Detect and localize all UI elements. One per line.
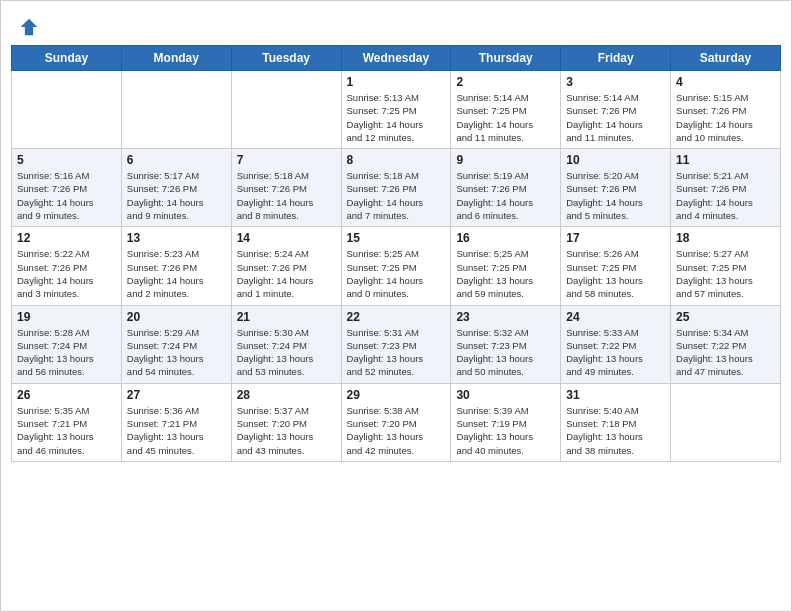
day-number: 13 xyxy=(127,231,226,245)
day-number: 3 xyxy=(566,75,665,89)
weekday-header-sunday: Sunday xyxy=(12,46,122,71)
calendar-week-4: 19Sunrise: 5:28 AM Sunset: 7:24 PM Dayli… xyxy=(12,305,781,383)
day-info: Sunrise: 5:31 AM Sunset: 7:23 PM Dayligh… xyxy=(347,326,446,379)
day-number: 6 xyxy=(127,153,226,167)
calendar-cell: 12Sunrise: 5:22 AM Sunset: 7:26 PM Dayli… xyxy=(12,227,122,305)
day-number: 18 xyxy=(676,231,775,245)
calendar-cell: 11Sunrise: 5:21 AM Sunset: 7:26 PM Dayli… xyxy=(671,149,781,227)
day-info: Sunrise: 5:35 AM Sunset: 7:21 PM Dayligh… xyxy=(17,404,116,457)
weekday-header-row: SundayMondayTuesdayWednesdayThursdayFrid… xyxy=(12,46,781,71)
calendar-cell: 13Sunrise: 5:23 AM Sunset: 7:26 PM Dayli… xyxy=(121,227,231,305)
weekday-header-thursday: Thursday xyxy=(451,46,561,71)
calendar-cell: 19Sunrise: 5:28 AM Sunset: 7:24 PM Dayli… xyxy=(12,305,122,383)
calendar-cell xyxy=(231,71,341,149)
day-info: Sunrise: 5:39 AM Sunset: 7:19 PM Dayligh… xyxy=(456,404,555,457)
day-info: Sunrise: 5:13 AM Sunset: 7:25 PM Dayligh… xyxy=(347,91,446,144)
day-info: Sunrise: 5:25 AM Sunset: 7:25 PM Dayligh… xyxy=(347,247,446,300)
day-info: Sunrise: 5:24 AM Sunset: 7:26 PM Dayligh… xyxy=(237,247,336,300)
calendar-cell: 8Sunrise: 5:18 AM Sunset: 7:26 PM Daylig… xyxy=(341,149,451,227)
calendar-week-3: 12Sunrise: 5:22 AM Sunset: 7:26 PM Dayli… xyxy=(12,227,781,305)
calendar-body: 1Sunrise: 5:13 AM Sunset: 7:25 PM Daylig… xyxy=(12,71,781,462)
logo-icon xyxy=(19,17,39,37)
day-number: 25 xyxy=(676,310,775,324)
day-number: 7 xyxy=(237,153,336,167)
day-info: Sunrise: 5:25 AM Sunset: 7:25 PM Dayligh… xyxy=(456,247,555,300)
day-number: 4 xyxy=(676,75,775,89)
day-number: 29 xyxy=(347,388,446,402)
day-info: Sunrise: 5:15 AM Sunset: 7:26 PM Dayligh… xyxy=(676,91,775,144)
day-info: Sunrise: 5:18 AM Sunset: 7:26 PM Dayligh… xyxy=(237,169,336,222)
calendar-cell: 15Sunrise: 5:25 AM Sunset: 7:25 PM Dayli… xyxy=(341,227,451,305)
day-number: 15 xyxy=(347,231,446,245)
calendar-cell: 6Sunrise: 5:17 AM Sunset: 7:26 PM Daylig… xyxy=(121,149,231,227)
day-number: 5 xyxy=(17,153,116,167)
calendar-cell: 29Sunrise: 5:38 AM Sunset: 7:20 PM Dayli… xyxy=(341,383,451,461)
calendar-cell: 16Sunrise: 5:25 AM Sunset: 7:25 PM Dayli… xyxy=(451,227,561,305)
day-number: 1 xyxy=(347,75,446,89)
day-number: 23 xyxy=(456,310,555,324)
day-info: Sunrise: 5:33 AM Sunset: 7:22 PM Dayligh… xyxy=(566,326,665,379)
day-number: 9 xyxy=(456,153,555,167)
day-number: 24 xyxy=(566,310,665,324)
calendar-cell: 26Sunrise: 5:35 AM Sunset: 7:21 PM Dayli… xyxy=(12,383,122,461)
weekday-header-wednesday: Wednesday xyxy=(341,46,451,71)
day-number: 2 xyxy=(456,75,555,89)
calendar-cell: 30Sunrise: 5:39 AM Sunset: 7:19 PM Dayli… xyxy=(451,383,561,461)
calendar-week-1: 1Sunrise: 5:13 AM Sunset: 7:25 PM Daylig… xyxy=(12,71,781,149)
day-number: 14 xyxy=(237,231,336,245)
day-info: Sunrise: 5:38 AM Sunset: 7:20 PM Dayligh… xyxy=(347,404,446,457)
calendar-cell xyxy=(121,71,231,149)
day-number: 27 xyxy=(127,388,226,402)
day-number: 22 xyxy=(347,310,446,324)
day-info: Sunrise: 5:37 AM Sunset: 7:20 PM Dayligh… xyxy=(237,404,336,457)
day-info: Sunrise: 5:19 AM Sunset: 7:26 PM Dayligh… xyxy=(456,169,555,222)
calendar-cell: 28Sunrise: 5:37 AM Sunset: 7:20 PM Dayli… xyxy=(231,383,341,461)
calendar-cell: 4Sunrise: 5:15 AM Sunset: 7:26 PM Daylig… xyxy=(671,71,781,149)
day-info: Sunrise: 5:27 AM Sunset: 7:25 PM Dayligh… xyxy=(676,247,775,300)
calendar-cell: 2Sunrise: 5:14 AM Sunset: 7:25 PM Daylig… xyxy=(451,71,561,149)
day-info: Sunrise: 5:26 AM Sunset: 7:25 PM Dayligh… xyxy=(566,247,665,300)
calendar-cell: 24Sunrise: 5:33 AM Sunset: 7:22 PM Dayli… xyxy=(561,305,671,383)
day-number: 26 xyxy=(17,388,116,402)
calendar-cell: 17Sunrise: 5:26 AM Sunset: 7:25 PM Dayli… xyxy=(561,227,671,305)
calendar-week-2: 5Sunrise: 5:16 AM Sunset: 7:26 PM Daylig… xyxy=(12,149,781,227)
day-info: Sunrise: 5:16 AM Sunset: 7:26 PM Dayligh… xyxy=(17,169,116,222)
calendar-cell: 5Sunrise: 5:16 AM Sunset: 7:26 PM Daylig… xyxy=(12,149,122,227)
day-number: 19 xyxy=(17,310,116,324)
day-info: Sunrise: 5:40 AM Sunset: 7:18 PM Dayligh… xyxy=(566,404,665,457)
calendar-cell: 3Sunrise: 5:14 AM Sunset: 7:26 PM Daylig… xyxy=(561,71,671,149)
day-info: Sunrise: 5:14 AM Sunset: 7:25 PM Dayligh… xyxy=(456,91,555,144)
calendar-cell: 9Sunrise: 5:19 AM Sunset: 7:26 PM Daylig… xyxy=(451,149,561,227)
calendar-header: SundayMondayTuesdayWednesdayThursdayFrid… xyxy=(12,46,781,71)
day-info: Sunrise: 5:28 AM Sunset: 7:24 PM Dayligh… xyxy=(17,326,116,379)
day-info: Sunrise: 5:29 AM Sunset: 7:24 PM Dayligh… xyxy=(127,326,226,379)
day-info: Sunrise: 5:30 AM Sunset: 7:24 PM Dayligh… xyxy=(237,326,336,379)
day-number: 11 xyxy=(676,153,775,167)
calendar-week-5: 26Sunrise: 5:35 AM Sunset: 7:21 PM Dayli… xyxy=(12,383,781,461)
day-info: Sunrise: 5:18 AM Sunset: 7:26 PM Dayligh… xyxy=(347,169,446,222)
day-number: 17 xyxy=(566,231,665,245)
day-number: 12 xyxy=(17,231,116,245)
calendar-page: SundayMondayTuesdayWednesdayThursdayFrid… xyxy=(0,0,792,612)
calendar-cell: 20Sunrise: 5:29 AM Sunset: 7:24 PM Dayli… xyxy=(121,305,231,383)
day-info: Sunrise: 5:14 AM Sunset: 7:26 PM Dayligh… xyxy=(566,91,665,144)
calendar-cell: 22Sunrise: 5:31 AM Sunset: 7:23 PM Dayli… xyxy=(341,305,451,383)
weekday-header-monday: Monday xyxy=(121,46,231,71)
calendar-cell: 14Sunrise: 5:24 AM Sunset: 7:26 PM Dayli… xyxy=(231,227,341,305)
calendar-cell: 10Sunrise: 5:20 AM Sunset: 7:26 PM Dayli… xyxy=(561,149,671,227)
calendar-table: SundayMondayTuesdayWednesdayThursdayFrid… xyxy=(11,45,781,462)
calendar-cell: 27Sunrise: 5:36 AM Sunset: 7:21 PM Dayli… xyxy=(121,383,231,461)
day-info: Sunrise: 5:36 AM Sunset: 7:21 PM Dayligh… xyxy=(127,404,226,457)
calendar-cell xyxy=(671,383,781,461)
day-info: Sunrise: 5:34 AM Sunset: 7:22 PM Dayligh… xyxy=(676,326,775,379)
day-info: Sunrise: 5:20 AM Sunset: 7:26 PM Dayligh… xyxy=(566,169,665,222)
day-number: 20 xyxy=(127,310,226,324)
day-info: Sunrise: 5:21 AM Sunset: 7:26 PM Dayligh… xyxy=(676,169,775,222)
day-info: Sunrise: 5:17 AM Sunset: 7:26 PM Dayligh… xyxy=(127,169,226,222)
day-info: Sunrise: 5:23 AM Sunset: 7:26 PM Dayligh… xyxy=(127,247,226,300)
calendar-cell: 25Sunrise: 5:34 AM Sunset: 7:22 PM Dayli… xyxy=(671,305,781,383)
calendar-cell: 7Sunrise: 5:18 AM Sunset: 7:26 PM Daylig… xyxy=(231,149,341,227)
day-number: 10 xyxy=(566,153,665,167)
day-number: 28 xyxy=(237,388,336,402)
weekday-header-tuesday: Tuesday xyxy=(231,46,341,71)
